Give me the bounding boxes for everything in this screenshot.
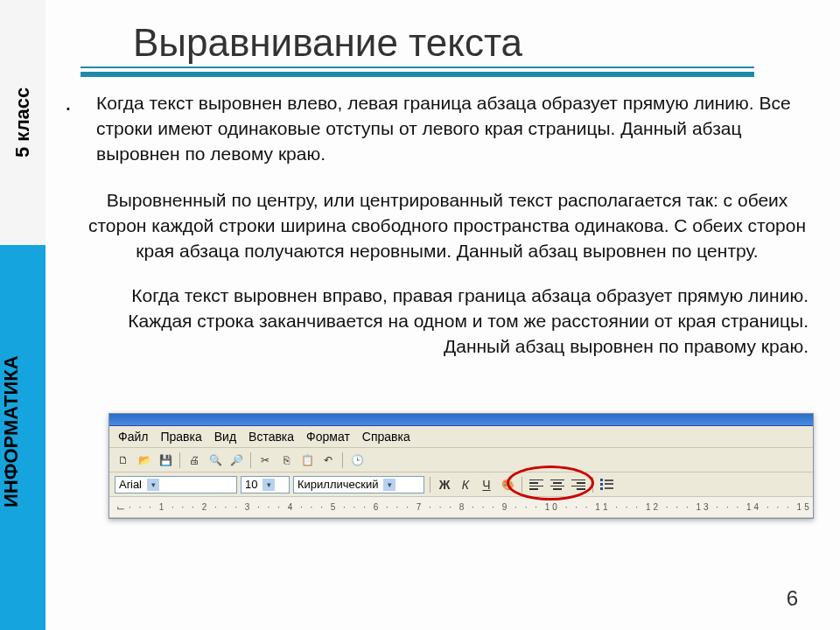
find-icon[interactable]: 🔎 — [228, 452, 245, 469]
font-size-value: 10 — [245, 478, 257, 491]
undo-icon[interactable]: ↶ — [319, 452, 337, 469]
menu-help[interactable]: Справка — [362, 430, 410, 444]
font-name-combo[interactable]: Arial ▾ — [115, 476, 237, 494]
font-size-combo[interactable]: 10 ▾ — [241, 476, 290, 494]
menu-edit[interactable]: Правка — [160, 430, 201, 444]
sidebar: 5 класс ИНФОРМАТИКА — [0, 0, 46, 630]
save-icon[interactable]: 💾 — [157, 452, 174, 469]
cut-icon[interactable]: ✂ — [256, 452, 274, 469]
encoding-value: Кириллический — [298, 478, 378, 491]
align-right-button[interactable] — [570, 476, 587, 494]
bullet-list-icon — [600, 479, 614, 491]
open-icon[interactable]: 📂 — [136, 452, 153, 469]
menu-insert[interactable]: Вставка — [248, 430, 294, 444]
date-icon[interactable]: 🕒 — [348, 452, 366, 469]
slide-title: Выравнивание текста — [133, 21, 522, 65]
chevron-down-icon: ▾ — [147, 479, 159, 491]
chevron-down-icon: ▾ — [262, 479, 275, 491]
title-underline — [80, 66, 754, 77]
preview-icon[interactable]: 🔍 — [206, 452, 224, 469]
bold-button[interactable]: Ж — [436, 476, 453, 494]
new-icon[interactable]: 🗋 — [115, 452, 132, 469]
format-toolbar: Arial ▾ 10 ▾ Кириллический ▾ Ж К Ч 🎨 — [109, 472, 813, 497]
paragraph-center-aligned: Выровненный по центру, или центрированны… — [46, 188, 840, 264]
ruler-tab-marker: ⌙ — [116, 501, 125, 514]
align-left-button[interactable] — [528, 476, 545, 494]
copy-icon[interactable]: ⎘ — [277, 452, 295, 469]
paragraph-left-aligned: Когда текст выровнен влево, левая границ… — [46, 91, 840, 167]
sidebar-subject-label: ИНФОРМАТИКА — [0, 245, 46, 630]
underline-button[interactable]: Ч — [478, 476, 495, 494]
slide-content: Выравнивание текста Когда текст выровнен… — [46, 0, 840, 630]
paste-icon[interactable]: 📋 — [298, 452, 316, 469]
encoding-combo[interactable]: Кириллический ▾ — [293, 476, 424, 494]
page-number: 6 — [787, 586, 798, 611]
font-name-value: Arial — [119, 478, 142, 491]
standard-toolbar: 🗋 📂 💾 🖨 🔍 🔎 ✂ ⎘ 📋 ↶ 🕒 — [109, 448, 813, 472]
align-center-button[interactable] — [549, 476, 566, 494]
menu-view[interactable]: Вид — [214, 430, 236, 444]
menu-format[interactable]: Формат — [306, 430, 350, 444]
menu-file[interactable]: Файл — [118, 430, 148, 444]
menu-bar: Файл Правка Вид Вставка Формат Справка — [109, 426, 813, 448]
wordpad-window: Файл Правка Вид Вставка Формат Справка 🗋… — [108, 413, 814, 519]
align-center-icon — [550, 479, 564, 491]
align-right-icon — [571, 479, 585, 491]
chevron-down-icon: ▾ — [383, 479, 396, 491]
sidebar-grade-label: 5 класс — [0, 0, 46, 245]
window-titlebar — [109, 414, 813, 426]
print-icon[interactable]: 🖨 — [186, 452, 203, 469]
ruler-numbers: · · · 1 · · · 2 · · · 3 · · · 4 · · · 5 … — [129, 502, 813, 512]
text-color-icon[interactable]: 🎨 — [499, 476, 516, 494]
ruler: ⌙ · · · 1 · · · 2 · · · 3 · · · 4 · · · … — [109, 497, 813, 518]
align-left-icon — [529, 479, 543, 491]
bullet-list-button[interactable] — [598, 476, 616, 494]
italic-button[interactable]: К — [457, 476, 474, 494]
paragraph-right-aligned: Когда текст выровнен вправо, правая гран… — [46, 284, 840, 360]
